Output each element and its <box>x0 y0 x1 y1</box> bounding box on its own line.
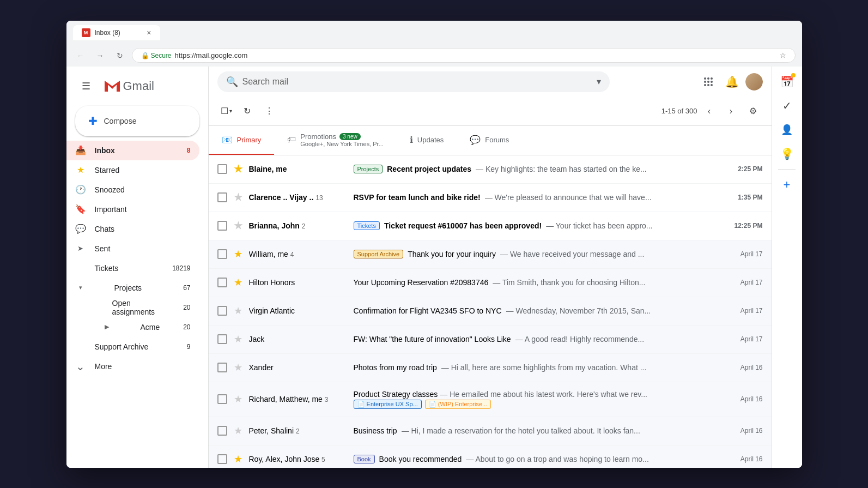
search-bar[interactable]: 🔍 Search mail ▾ <box>217 71 610 92</box>
email-snippet: — He emailed me about his latest work. H… <box>440 390 647 399</box>
sidebar-item-starred[interactable]: ★ Starred <box>66 160 199 180</box>
email-time: April 16 <box>740 427 763 435</box>
email-checkbox[interactable] <box>217 426 227 436</box>
email-row[interactable]: ★ William, me 4 Support Archive Thank yo… <box>209 240 772 269</box>
browser-chrome: M Inbox (8) × ← → ↻ 🔒 Secure https://mai… <box>66 21 802 67</box>
apps-button[interactable] <box>697 71 719 93</box>
calendar-badge <box>791 73 796 77</box>
email-star-icon[interactable]: ★ <box>234 393 242 405</box>
tasks-panel-icon[interactable]: ✓ <box>776 95 798 117</box>
promotions-tab-icon: 🏷 <box>287 135 296 144</box>
gmail-logo: Gmail <box>104 77 154 95</box>
next-page-button[interactable]: › <box>721 101 741 121</box>
keep-panel-icon[interactable]: 💡 <box>776 143 798 165</box>
email-star-icon[interactable]: ★ <box>234 191 242 203</box>
back-button[interactable]: ← <box>73 48 88 63</box>
sidebar-item-tickets[interactable]: Tickets 18219 <box>66 258 199 278</box>
tab-updates[interactable]: ℹ Updates <box>397 126 457 155</box>
sidebar-item-more[interactable]: ⌄ More <box>66 357 199 376</box>
tab-forums[interactable]: 💬 Forums <box>457 126 522 155</box>
email-checkbox[interactable] <box>217 192 227 202</box>
email-star-icon[interactable]: ★ <box>234 362 242 373</box>
refresh-button[interactable]: ↻ <box>238 101 257 121</box>
chats-icon: 💬 <box>75 224 86 234</box>
email-time: 1:35 PM <box>738 194 762 201</box>
prev-page-button[interactable]: ‹ <box>700 101 719 121</box>
hamburger-icon: ☰ <box>82 80 90 92</box>
email-star-icon[interactable]: ★ <box>234 248 242 260</box>
hamburger-button[interactable]: ☰ <box>75 75 97 97</box>
page-info: 1-15 of 300 ‹ › <box>661 101 741 121</box>
email-checkbox[interactable] <box>217 363 227 372</box>
email-row[interactable]: ★ Jack FW: What "the future of innovatio… <box>209 326 772 354</box>
email-star-icon[interactable]: ★ <box>234 276 242 288</box>
sidebar-item-acme[interactable]: ▶ Acme 20 <box>66 317 199 337</box>
sidebar-item-open-assignments[interactable]: Open assignments 20 <box>66 298 199 317</box>
sidebar-item-important[interactable]: 🔖 Important <box>66 200 199 219</box>
compose-button[interactable]: ✚ Compose <box>75 106 199 136</box>
email-row[interactable]: ★ Richard, Matthew, me 3 Product Strateg… <box>209 382 772 417</box>
open-assignments-count: 20 <box>183 304 190 311</box>
email-checkbox[interactable] <box>217 394 227 404</box>
sidebar-item-inbox[interactable]: 📥 Inbox 8 <box>66 141 199 160</box>
email-row[interactable]: ★ Peter, Shalini 2 Business trip — Hi, I… <box>209 417 772 445</box>
email-checkbox[interactable] <box>217 249 227 259</box>
sidebar-item-sent[interactable]: ➤ Sent <box>66 239 199 258</box>
svg-point-7 <box>704 84 706 86</box>
email-checkbox[interactable] <box>217 306 227 316</box>
email-checkbox[interactable] <box>217 454 227 464</box>
email-checkbox[interactable] <box>217 334 227 344</box>
email-star-icon[interactable]: ★ <box>234 425 242 437</box>
snoozed-label: Snoozed <box>95 185 191 194</box>
forward-button[interactable]: → <box>93 48 108 63</box>
sidebar-item-support-archive[interactable]: Support Archive 9 <box>66 337 199 357</box>
reload-button[interactable]: ↻ <box>112 48 128 63</box>
email-snippet: — Hi, I made a reservation for the hotel… <box>402 426 640 435</box>
tab-promotions[interactable]: 🏷 Promotions 3 new Google+, New York Tim… <box>274 126 397 155</box>
email-checkbox[interactable] <box>217 164 227 174</box>
email-row[interactable]: ★ Clarence .. Vijay .. 13 RSVP for team … <box>209 184 772 212</box>
email-star-icon[interactable]: ★ <box>234 305 242 317</box>
email-body: Book Book you recommended — About to go … <box>354 455 734 463</box>
contacts-panel-icon[interactable]: 👤 <box>776 119 798 141</box>
email-row[interactable]: ★ Roy, Alex, John Jose 5 Book Book you r… <box>209 445 772 468</box>
sidebar-item-chats[interactable]: 💬 Chats <box>66 219 199 239</box>
email-row[interactable]: ★ Virgin Atlantic Confirmation for Fligh… <box>209 297 772 326</box>
email-checkbox[interactable] <box>217 221 227 231</box>
email-snippet: — About to go on a trop and was hoping t… <box>466 455 648 463</box>
email-checkbox[interactable] <box>217 278 227 287</box>
inbox-icon: 📥 <box>75 145 86 155</box>
email-body: Confirmation for Flight VA2345 SFO to NY… <box>354 306 734 315</box>
email-row[interactable]: ★ Brianna, John 2 Tickets Ticket request… <box>209 212 772 240</box>
search-input[interactable]: Search mail <box>242 77 592 87</box>
more-options-button[interactable]: ⋮ <box>259 101 279 121</box>
chats-label: Chats <box>95 225 191 233</box>
tab-close-button[interactable]: × <box>147 28 151 37</box>
email-row[interactable]: ★ Xander Photos from my road trip — Hi a… <box>209 354 772 382</box>
email-body: Projects Recent project updates — Key hi… <box>354 165 732 173</box>
notifications-button[interactable]: 🔔 <box>721 71 743 93</box>
address-bar[interactable]: 🔒 Secure https://mail.google.com ☆ <box>132 48 796 63</box>
important-icon: 🔖 <box>75 204 86 214</box>
email-row[interactable]: ★ Blaine, me Projects Recent project upd… <box>209 155 772 184</box>
email-sender: Jack <box>249 335 347 344</box>
user-avatar[interactable] <box>745 73 763 91</box>
settings-button[interactable]: ⚙ <box>743 101 763 121</box>
email-sender: Virgin Atlantic <box>249 306 347 315</box>
email-star-icon[interactable]: ★ <box>234 163 242 175</box>
active-tab[interactable]: M Inbox (8) × <box>73 25 160 40</box>
bookmark-icon[interactable]: ☆ <box>780 51 786 59</box>
email-star-icon[interactable]: ★ <box>234 333 242 345</box>
calendar-panel-icon[interactable]: 📅 <box>776 71 798 93</box>
add-panel-button[interactable]: + <box>776 174 798 196</box>
email-row[interactable]: ★ Hilton Honors Your Upcoming Reservatio… <box>209 269 772 297</box>
tab-primary[interactable]: 📧 Primary <box>209 126 275 155</box>
email-subject: Ticket request #610007 has been approved… <box>384 221 542 230</box>
sidebar-item-projects[interactable]: ▾ Projects 67 <box>66 278 199 298</box>
email-star-icon[interactable]: ★ <box>234 220 242 232</box>
select-all-checkbox[interactable]: ☐ ▾ <box>217 101 235 121</box>
email-snippet: — A good read! Highly recommende... <box>515 335 645 344</box>
address-url: https://mail.google.com <box>175 51 248 59</box>
email-star-icon[interactable]: ★ <box>234 453 242 465</box>
sidebar-item-snoozed[interactable]: 🕐 Snoozed <box>66 180 199 200</box>
